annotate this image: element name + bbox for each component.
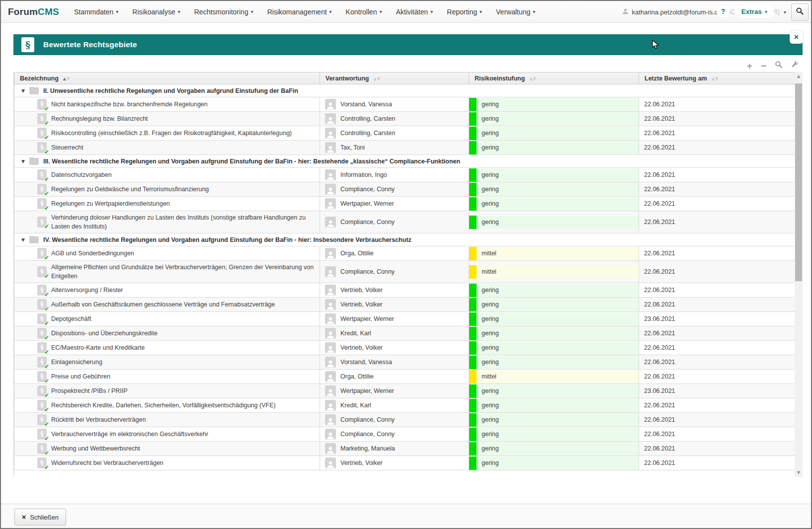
legal-area-name: Steuerrecht	[51, 144, 83, 151]
close-button[interactable]: × Schließen	[14, 509, 66, 526]
risk-rating-cell: mittel	[469, 265, 639, 279]
table-row[interactable]: §✔Allgemeine Pflichten und Grundsätze be…	[14, 261, 795, 283]
table-row[interactable]: §✔Werbung und WettbewerbsrechtMarketing,…	[14, 442, 795, 456]
risk-rating-cell: gering	[469, 216, 639, 229]
table-row[interactable]: §✔DepotgeschäftWertpapier, Wernergering2…	[14, 312, 795, 326]
table-row[interactable]: §✔Widerrufsrecht bei Verbraucherverträge…	[14, 456, 795, 470]
plus-icon[interactable]: +	[747, 61, 752, 71]
check-icon: ✔	[44, 450, 49, 456]
app-logo[interactable]: ForumCMS	[8, 6, 59, 17]
table-row[interactable]: §✔EC/Maestro-Karte und KreditkarteVertri…	[14, 341, 795, 355]
sort-icons: ▲▼	[374, 76, 381, 81]
responsible-name: Compliance, Conny	[340, 431, 395, 438]
table-row[interactable]: §✔AGB und SonderbedingungenOrga, Ottilie…	[14, 246, 795, 261]
legal-area-name: Verhinderung doloser Handlungen zu Laste…	[51, 213, 320, 231]
person-icon	[325, 429, 336, 440]
column-header-letzte-bewertung-am[interactable]: Letzte Bewertung am▲▼	[639, 73, 795, 84]
panel-close-button[interactable]: ×	[790, 31, 803, 44]
check-icon: ✔	[44, 320, 49, 327]
person-icon	[325, 443, 336, 454]
paragraph-doc-icon: §✔	[37, 113, 47, 124]
risk-level-bar	[469, 247, 477, 260]
legal-area-name: Rücktritt bei Verbraucherverträgen	[51, 416, 146, 423]
extras-button[interactable]: Extras ▾	[734, 5, 774, 18]
column-header-risikoeinstufung[interactable]: Risikoeinstufung▲▼	[469, 73, 639, 84]
risk-rating-cell: gering	[469, 413, 639, 427]
table-row[interactable]: §✔DatenschutzvorgabenInformation, Ingoge…	[14, 168, 795, 182]
responsible-name: Vorstand, Vanessa	[340, 359, 392, 366]
risk-level-label: gering	[477, 312, 639, 326]
nav-menu-risikoanalyse[interactable]: Risikoanalyse▾	[132, 8, 180, 16]
column-header-verantwortung[interactable]: Verantwortung▲▼	[320, 73, 469, 84]
table-row[interactable]: §✔Rechnungslegung bzw. BilanzrechtContro…	[14, 112, 795, 126]
nav-menu-aktivitäten[interactable]: Aktivitäten▾	[396, 8, 433, 16]
legal-area-name: Rechtsbereich Kredite, Darlehen, Sicherh…	[51, 402, 276, 409]
close-icon: ×	[794, 33, 799, 42]
sort-icons: ▲▼	[529, 76, 536, 81]
global-search-button[interactable]	[791, 3, 809, 21]
wrench-icon[interactable]	[791, 61, 799, 71]
column-header-bezeichnung[interactable]: Bezeichnung▲▼	[14, 73, 320, 84]
chevron-down-icon: ▾	[784, 9, 786, 15]
table-row[interactable]: §✔SteuerrechtTax, Tonigering22.06.2021	[14, 141, 795, 155]
nav-menu-stammdaten[interactable]: Stammdaten▾	[74, 8, 118, 16]
table-row[interactable]: §✔EinlagensicherungVorstand, Vanessageri…	[14, 355, 795, 370]
chevron-down-icon: ▾	[178, 9, 180, 14]
table-row[interactable]: §✔Verhinderung doloser Handlungen zu Las…	[14, 211, 795, 233]
group-row[interactable]: ▼IV. Wesentliche rechtliche Regelungen u…	[14, 233, 795, 246]
paragraph-doc-icon: §✔	[37, 429, 47, 440]
risk-level-bar	[469, 370, 477, 383]
scroll-down-icon[interactable]: ▼	[795, 470, 803, 475]
person-icon	[325, 313, 336, 324]
legal-area-name: AGB und Sonderbedingungen	[51, 250, 134, 257]
nav-menu-rechtsmonitoring[interactable]: Rechtsmonitoring▾	[194, 8, 253, 16]
minus-icon[interactable]: −	[761, 61, 766, 71]
last-rating-date: 23.06.2021	[639, 315, 675, 322]
nav-menu-risikomanagement[interactable]: Risikomanagement▾	[267, 8, 332, 16]
risk-rating-cell: gering	[469, 141, 639, 154]
table-row[interactable]: §✔Regelungen zu Wertpapierdienstleistung…	[14, 197, 795, 211]
table-row[interactable]: §✔Außerhalb von Geschäftsräumen geschlos…	[14, 298, 795, 312]
risk-level-bar	[469, 356, 477, 369]
person-icon	[325, 385, 336, 396]
check-icon: ✔	[44, 334, 49, 341]
table-row[interactable]: §✔Rechtsbereich Kredite, Darlehen, Siche…	[14, 398, 795, 413]
table-row[interactable]: §✔Regelungen zu Geldwäsche und Terrorism…	[14, 182, 795, 197]
paragraph-doc-icon: §✔	[37, 371, 47, 382]
footer-bar: × Schließen	[1, 504, 811, 528]
check-icon: ✔	[44, 105, 49, 112]
scrollbar-thumb[interactable]	[795, 83, 802, 281]
group-row[interactable]: ▼III. Wesentliche rechtliche Regelungen …	[14, 155, 795, 168]
risk-level-label: gering	[477, 168, 639, 182]
check-icon: ✔	[44, 378, 49, 384]
person-icon	[325, 198, 336, 209]
table-row[interactable]: §✔Verbraucherverträge im elektronischen …	[14, 427, 795, 442]
collapse-caret-icon[interactable]: ▼	[21, 159, 25, 164]
risk-level-label: gering	[477, 413, 639, 427]
table-row[interactable]: §✔Prospektrecht /PIBs / PRIIPWertpapier,…	[14, 384, 795, 398]
risk-rating-cell: gering	[469, 112, 639, 126]
sort-desc-icon: ▼	[377, 76, 381, 81]
table-row[interactable]: §✔Risikocontrolling (einschließlich z.B.…	[14, 126, 795, 141]
sort-asc-icon: ▲	[374, 76, 377, 81]
collapse-caret-icon[interactable]: ▼	[21, 237, 25, 242]
scroll-up-icon[interactable]: ▲	[795, 74, 803, 78]
group-row[interactable]: ▼II. Unwesentliche rechtliche Regelungen…	[14, 84, 795, 97]
legal-area-name: Außerhalb von Geschäftsräumen geschlosse…	[51, 301, 275, 308]
table-row[interactable]: §✔Rücktritt bei VerbraucherverträgenComp…	[14, 413, 795, 427]
help-button[interactable]: ?	[717, 5, 730, 18]
table-row[interactable]: §✔Altersversorgung / RiesterVertrieb, Vo…	[14, 283, 795, 298]
last-rating-date: 22.06.2021	[639, 359, 675, 366]
nav-menu-kontrollen[interactable]: Kontrollen▾	[346, 8, 382, 16]
magnifier-icon[interactable]	[775, 61, 783, 71]
responsible-name: Information, Ingo	[340, 171, 387, 178]
nav-menu-reporting[interactable]: Reporting▾	[447, 8, 482, 16]
nav-menu-verwaltung[interactable]: Verwaltung▾	[496, 8, 535, 16]
table-row[interactable]: §✔Nicht bankspezifische bzw. branchenfre…	[14, 97, 795, 112]
legal-area-name: Verbraucherverträge im elektronischen Ge…	[51, 431, 208, 438]
collapse-caret-icon[interactable]: ▼	[21, 88, 25, 93]
table-row[interactable]: §✔Dispositions- und ÜberziehungskrediteK…	[14, 326, 795, 341]
vertical-scrollbar[interactable]: ▲ ▼	[795, 72, 803, 477]
table-row[interactable]: §✔Preise und GebührenOrga, Ottiliemittel…	[14, 370, 795, 384]
risk-level-bar	[469, 284, 477, 297]
